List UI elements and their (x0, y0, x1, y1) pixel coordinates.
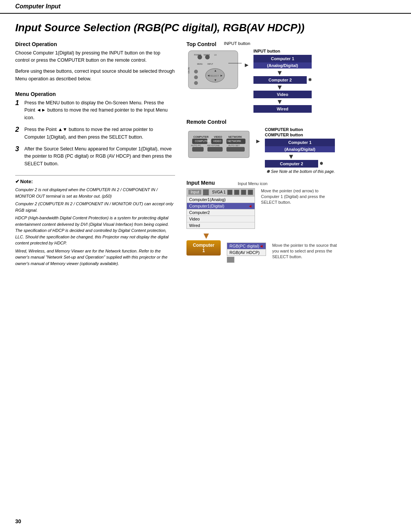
im-row-1: Computer1(Digital) ◄ (187, 203, 255, 209)
im-rows-container: Computer1(Analog) Computer1(Digital) ◄ C… (186, 196, 255, 229)
svg-text:WARNI: WARNI (204, 54, 210, 56)
rc-computer-btn-label2: COMPUTER button (265, 133, 335, 137)
rc-flow-box-1: Computer 1 (265, 139, 335, 146)
menu-operation-section: Menu Operation 1 Press the MENU button t… (15, 91, 175, 168)
remote-svg: COMPUTER VIDEO NETWORK AUTO PC KEYSTONE … (186, 127, 255, 165)
step-1-text: Press the MENU button to display the On-… (24, 99, 175, 121)
svg-text:NETWORK: NETWORK (228, 136, 242, 138)
rc-flow-row-2: Computer 2 ✽ (265, 160, 335, 168)
sub-source-side-note: Move the pointer to the source that you … (272, 243, 337, 260)
svg-text:MENU: MENU (197, 63, 203, 65)
im-row-2: Computer2 (187, 209, 255, 216)
im-row-4: Wired (187, 222, 255, 228)
direct-operation-text1: Choose Computer 1(Digital) by pressing t… (15, 50, 175, 64)
note-item-0: Computer 2 is not displayed when the COM… (15, 187, 175, 199)
svg-point-17 (194, 81, 198, 85)
svg-text:▲: ▲ (214, 69, 217, 72)
note-title: Note: (15, 179, 175, 184)
svg-point-16 (194, 75, 198, 79)
tc-flow-box-1: Computer 1 (253, 55, 312, 62)
left-column: Direct Operation Choose Computer 1(Digit… (15, 41, 175, 268)
tc-arrow-3: ▼ (276, 98, 312, 105)
direct-operation: Direct Operation Choose Computer 1(Digit… (15, 41, 175, 83)
section-title: Input Source Selection (RGB(PC digital),… (15, 21, 396, 34)
svg-text:COMPUTER: COMPUTER (193, 136, 209, 138)
im-icon-1 (227, 190, 233, 195)
im-row-1-arrow: ◄ (248, 204, 252, 208)
im-header-svga: SVGA 1 (212, 190, 226, 194)
ss-row-1: RGB(AV HDCP) (227, 249, 266, 256)
svg-text:LA: LA (214, 54, 217, 56)
im-header-input-label: Input (188, 190, 201, 195)
input-menu-diagram: Input SVGA 1 (186, 188, 255, 229)
step-1: 1 Press the MENU button to display the O… (15, 99, 175, 121)
im-row-1-label: Computer1(Digital) (189, 204, 224, 208)
tc-flow-box-2: Computer 2 (253, 76, 307, 84)
svg-rect-30 (207, 147, 223, 152)
rc-computer-btn-label: COMPUTER button (265, 127, 335, 132)
step-1-number: 1 (15, 99, 21, 121)
remote-arrow: ► (255, 138, 261, 145)
tc-arrow-1: ▼ (276, 69, 312, 76)
see-note-text: ✽ See Note at the bottom of this page. (266, 169, 335, 174)
note-item-2: HDCP (High-bandwidth Digital Content Pro… (15, 215, 175, 246)
svg-text:AUTO SET: AUTO SET (228, 144, 240, 147)
svg-text:SELECT: SELECT (210, 75, 219, 77)
menu-operation-list: 1 Press the MENU button to display the O… (15, 99, 175, 168)
svg-text:◄: ◄ (207, 74, 210, 77)
svg-rect-31 (226, 147, 245, 152)
im-camera-icon (203, 189, 209, 195)
top-control-input-label: INPUT button (224, 41, 250, 46)
svg-rect-29 (192, 147, 204, 152)
svg-text:VIDEO: VIDEO (213, 140, 221, 142)
computer-btn-label-2: 1 (193, 248, 215, 253)
ss-row-0: RGB(PC digital) ◄ (227, 243, 266, 249)
note-section: Note: Computer 2 is not displayed when t… (15, 175, 175, 267)
top-control-flow: INPUT button Computer 1 (Analog/Digital)… (253, 49, 312, 113)
step-2-number: 2 (15, 126, 21, 141)
rc-asterisk-2: ✽ (320, 161, 323, 166)
computer-btn-row: ▼ Computer 1 RGB(PC digital) ◄ (186, 231, 396, 263)
remote-diagram-wrapper: COMPUTER VIDEO NETWORK AUTO PC KEYSTONE … (186, 127, 255, 166)
tc-flow-box-1b: (Analog/Digital) (253, 62, 312, 69)
svg-text:KEYSTONE: KEYSTONE (207, 144, 220, 147)
svg-point-15 (194, 70, 198, 73)
step-3-text: After the Source Select Menu appeared fo… (24, 145, 175, 168)
ss-row-0-label: RGB(PC digital) (229, 244, 259, 248)
im-row-0: Computer1(Analog) (187, 197, 255, 203)
remote-control-label: Remote Control (186, 119, 396, 125)
svg-text:►: ► (220, 74, 223, 77)
page-wrapper: Computer Input Input Source Selection (R… (0, 0, 411, 532)
ss-icon (227, 257, 234, 263)
im-icon-3 (241, 190, 246, 195)
svg-text:POWER: POWER (194, 54, 201, 56)
right-column: Top Control INPUT button (186, 41, 396, 263)
svg-text:INPUT: INPUT (207, 63, 213, 65)
computer-btn: Computer 1 (186, 240, 221, 256)
input-menu-label: Input Menu (186, 180, 215, 186)
svg-text:AUTO PC: AUTO PC (191, 144, 201, 147)
tc-flow-box-3: Video (253, 91, 312, 98)
computer-btn-container: ▼ Computer 1 (186, 231, 221, 256)
top-control-label: Top Control (186, 41, 216, 47)
tc-asterisk-2: ✽ (308, 77, 312, 82)
top-control-diagram-wrapper: POWER WARNI LA ON·ON MENU INPUT SELE (186, 49, 244, 96)
sub-source-rows: RGB(PC digital) ◄ RGB(AV HDCP) (227, 243, 266, 256)
svg-text:COMPUTER: COMPUTER (195, 140, 210, 142)
two-col-layout: Direct Operation Choose Computer 1(Digit… (15, 41, 396, 268)
im-icon-4 (248, 190, 253, 195)
input-menu-side-note: Move the pointer (red arrow) to Computer… (261, 188, 326, 206)
svg-text:NETWORK: NETWORK (228, 140, 241, 142)
svg-text:ON·ON: ON·ON (188, 67, 190, 73)
menu-operation-heading: Menu Operation (15, 91, 175, 97)
input-menu-icon-label: Input Menu icon (238, 181, 268, 186)
top-control-section: Top Control INPUT button (186, 41, 396, 113)
remote-control-section: Remote Control COMPUTER VIDEO NETWORK (186, 119, 396, 174)
remote-diagram-container: COMPUTER VIDEO NETWORK AUTO PC KEYSTONE … (186, 127, 396, 174)
top-control-arrow: ► (244, 62, 250, 69)
note-item-1: Computer 2 (COMPUTER IN 2 / COMPONENT IN… (15, 201, 175, 213)
input-menu-row: Input SVGA 1 (186, 188, 396, 229)
computer-btn-arrow-down: ▼ (202, 231, 221, 240)
step-2-text: Press the Point ▲▼ buttons to move the r… (24, 126, 175, 141)
content-area: Input Source Selection (RGB(PC digital),… (0, 14, 411, 276)
